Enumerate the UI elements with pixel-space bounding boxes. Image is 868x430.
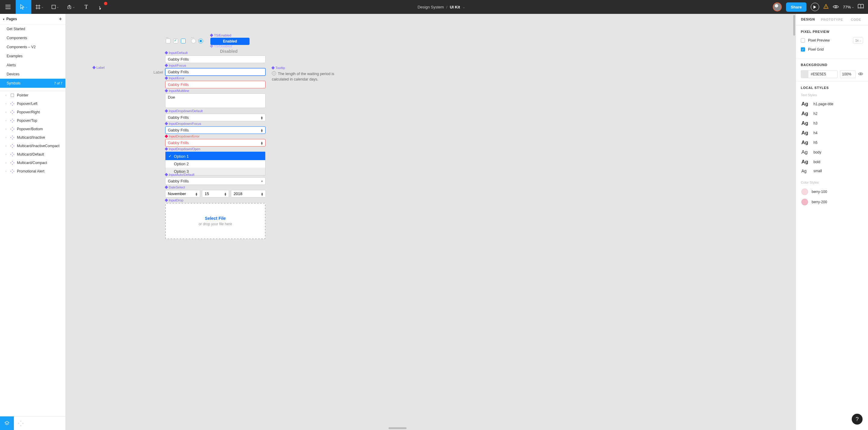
dropdown-option-selected[interactable]: Option 1 [165,152,265,160]
canvas-radio-filled[interactable] [198,38,203,44]
scrollbar-horizontal[interactable] [389,427,407,429]
frame-label-label[interactable]: Label [93,66,104,69]
canvas-dropdown-error[interactable]: Gabby Frills▴▾ [165,139,266,147]
warning-icon[interactable] [824,4,829,10]
page-item-active[interactable]: Symbols 7 of 7 [0,79,65,88]
layers-tab-button[interactable] [0,417,14,430]
tab-design[interactable]: DESIGN [796,14,820,25]
color-style-item[interactable]: berry-200 [801,197,863,207]
text-style-item[interactable]: Agh4 [801,128,863,138]
scrollbar-vertical[interactable] [793,15,796,412]
layer-item[interactable]: ›Multicard/Default [0,150,65,159]
view-settings-icon[interactable] [833,4,839,10]
layer-item[interactable]: ›Multicard/InactiveCompact [0,142,65,150]
tab-prototype[interactable]: PROTOTYPE [820,14,844,25]
canvas-input-error[interactable]: Gabby Frills [165,81,266,88]
layer-item[interactable]: ›Promotional Alert [0,167,65,175]
background-swatch[interactable] [801,70,808,78]
frame-tool-button[interactable]: ⌵ [31,0,47,14]
text-style-item[interactable]: Agh1.page-title [801,99,863,109]
dropdown-option[interactable]: Option 2 [165,160,265,168]
shape-tool-button[interactable]: ⌵ [47,0,63,14]
frame-label-dd-open[interactable]: InputDropdown/Open [165,147,200,151]
page-item[interactable]: Examples [0,52,65,61]
page-item[interactable]: Get Started [0,24,65,33]
text-style-item[interactable]: Agh2 [801,109,863,118]
frame-label-tooltip[interactable]: Tooltip [272,66,285,70]
frame-label-inputdrop[interactable]: InputDrop [165,198,183,202]
help-button[interactable]: ? [852,414,863,425]
color-style-item[interactable]: berry-100 [801,187,863,197]
canvas-checkbox-checked[interactable] [173,38,178,44]
frame-label-input-default[interactable]: Input/Default [165,51,187,55]
frame-label-dd-default[interactable]: InputDropdown/Default [165,109,203,113]
date-month-select[interactable]: November▴▾ [165,190,200,198]
background-hex-input[interactable]: #E5E5E5 [808,70,837,78]
canvas-enabled-button[interactable]: Enabled [210,38,250,45]
visibility-toggle-icon[interactable] [858,72,863,77]
avatar[interactable] [773,2,782,11]
layer-item[interactable]: ›Popover/Bottom [0,125,65,133]
layer-item[interactable]: ›Popover/Right [0,108,65,116]
frame-label-dd-focus[interactable]: InputDropdown/Focus [165,122,201,125]
layer-item[interactable]: ›Multicard/Compact [0,159,65,167]
date-day-select[interactable]: 15▴▾ [202,190,229,198]
canvas-drop-zone[interactable]: Select File or drop your file here [165,203,266,239]
pages-header[interactable]: ▾Pages + [0,14,65,24]
text-style-item[interactable]: Agh5 [801,138,863,147]
text-style-item[interactable]: Agsmall [801,167,863,175]
present-button[interactable] [811,3,819,11]
frame-label-input-focus[interactable]: Input/Focus [165,64,186,67]
section-local-styles: LOCAL STYLES Text Styles Agh1.page-title… [796,81,868,210]
library-icon[interactable] [858,4,864,10]
page-item[interactable]: Alerts [0,61,65,70]
pixel-grid-checkbox[interactable]: ✓ [801,47,805,52]
page-item[interactable]: Components [0,33,65,42]
layer-item[interactable]: ›Popover/Left [0,99,65,108]
frame-label-inputauto[interactable]: InputAuto/Default [165,173,194,176]
canvas-dropdown-open[interactable]: Option 1 Option 2 Option 3 [165,152,266,175]
menu-button[interactable] [0,0,16,14]
page-item[interactable]: Components – V2 [0,42,65,52]
text-style-item[interactable]: Agbold [801,157,863,167]
layers-list: › Pointer ›Popover/Left ›Popover/Right ›… [0,91,65,416]
canvas-checkbox-outline[interactable] [181,38,186,44]
text-tool-button[interactable]: T [79,0,94,14]
frame-label-dd-error[interactable]: InputDropdown/Error [165,135,199,138]
assets-tab-button[interactable] [14,417,28,430]
date-year-select[interactable]: 2018▴▾ [231,190,266,198]
canvas-radio[interactable] [191,38,196,44]
move-tool-button[interactable]: ⌵ [16,0,31,14]
add-page-icon[interactable]: + [59,16,62,22]
svg-rect-14 [12,105,13,106]
layer-item[interactable]: ›Multicard/Inactive [0,133,65,142]
zoom-readout[interactable]: 77%⌵ [843,5,854,9]
canvas-checkbox[interactable] [166,38,170,44]
frame-label-input-error[interactable]: Input/Error [165,76,184,80]
frame-label-input-multiline[interactable]: Input/Multiline [165,89,189,92]
frame-label-ts-disabled[interactable]: TS/Disabled [210,44,232,48]
breadcrumb[interactable]: Design System / UI Kit ⌵ [110,5,773,9]
canvas-dropdown-default[interactable]: Gabby Frills▴▾ [165,114,266,121]
comment-tool-button[interactable] [94,0,110,14]
background-opacity-input[interactable]: 100% [840,70,856,78]
layer-item[interactable]: › Pointer [0,91,65,99]
frame-label-dateselect[interactable]: DateSelect [165,185,185,189]
svg-rect-36 [13,146,14,147]
pen-tool-button[interactable]: ⌵ [63,0,79,14]
canvas-input-default[interactable]: Gabby Frills [165,56,266,63]
layer-item[interactable]: ›Popover/Top [0,116,65,125]
tab-code[interactable]: CODE [844,14,868,25]
canvas[interactable]: ... ... TS/Enabled Enabled TS/Disabled D… [66,14,796,430]
page-item[interactable]: Devices [0,70,65,79]
pixel-preview-scale-select[interactable]: 1x⌵ [853,37,863,44]
canvas-input-focus[interactable]: Gabby Frills [165,68,266,76]
frame-label-ts-enabled[interactable]: TS/Enabled [210,33,231,37]
canvas-inputauto-default[interactable]: Gabby Frills▾ [165,177,266,185]
canvas-dropdown-focus[interactable]: Gabby Frills▴▾ [165,126,266,134]
share-button[interactable]: Share [786,2,807,12]
text-style-item[interactable]: Agbody [801,147,863,157]
text-style-item[interactable]: Agh3 [801,118,863,128]
canvas-input-multiline[interactable]: Doe [165,93,266,108]
pixel-preview-checkbox[interactable] [801,38,805,42]
